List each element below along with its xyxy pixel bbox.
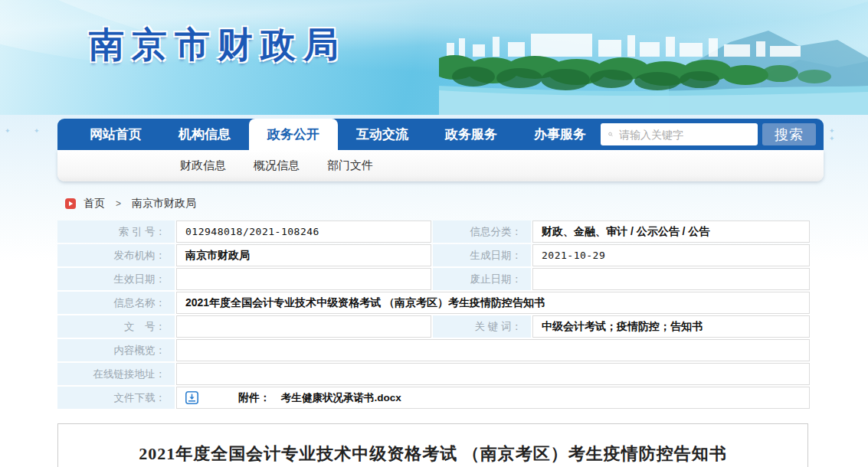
attachment-file-link[interactable]: 考生健康状况承诺书.docx [281, 387, 401, 408]
article-title: 2021年度全国会计专业技术中级资格考试 （南京考区）考生疫情防控告知书 [58, 443, 807, 465]
date-expired-value [532, 268, 810, 290]
keywords-label: 关 键 词： [433, 315, 531, 338]
breadcrumb: 首页 > 南京市财政局 [65, 197, 196, 211]
download-icon[interactable] [185, 391, 198, 404]
date-created-label: 生成日期： [433, 244, 531, 266]
breadcrumb-home-link[interactable]: 首页 [84, 197, 105, 211]
site-logo: 南京市财政局 [89, 21, 346, 69]
online-link-label: 在线链接地址： [57, 363, 175, 385]
search-input[interactable] [619, 125, 758, 144]
info-category-label: 信息分类： [433, 220, 531, 243]
date-expired-label: 废止日期： [433, 268, 531, 290]
summary-label: 内容概览： [57, 339, 175, 361]
sub-nav-bar: 财政信息 概况信息 部门文件 [57, 150, 824, 181]
article-card: 2021年度全国会计专业技术中级资格考试 （南京考区）考生疫情防控告知书 [57, 423, 808, 467]
nav-tab-org-info[interactable]: 机构信息 [160, 119, 249, 150]
online-link-value [176, 363, 810, 385]
publisher-label: 发布机构： [57, 244, 175, 266]
nav-tab-gov-disclosure[interactable]: 政务公开 [249, 119, 338, 150]
date-effective-value [176, 268, 431, 290]
navigation: 网站首页 机构信息 政务公开 互动交流 政务服务 办事服务 搜索 财政信息 [57, 119, 824, 181]
main-nav-bar: 网站首页 机构信息 政务公开 互动交流 政务服务 办事服务 搜索 [57, 119, 824, 150]
attachment-label: 附件： [238, 387, 270, 408]
date-effective-label: 生效日期： [57, 268, 175, 290]
file-download-cell: 附件： 考生健康状况承诺书.docx [176, 387, 810, 409]
nav-tab-gov-services[interactable]: 政务服务 [427, 119, 516, 150]
breadcrumb-marker-icon [65, 198, 76, 209]
subnav-item-overview-info[interactable]: 概况信息 [254, 158, 300, 173]
nav-tab-affairs-services[interactable]: 办事服务 [516, 119, 604, 150]
breadcrumb-current-link[interactable]: 南京市财政局 [132, 197, 196, 211]
info-category-value: 财政、金融、审计 / 公示公告 / 公告 [532, 220, 810, 243]
breadcrumb-separator: > [116, 198, 121, 209]
summary-value [176, 339, 810, 361]
document-metadata-table: 索 引 号： 012948018/2021-108246 信息分类： 财政、金融… [57, 220, 810, 409]
site-banner: 南京市财政局 [0, 0, 868, 115]
search-button[interactable]: 搜索 [762, 123, 816, 145]
info-name-value: 2021年度全国会计专业技术中级资格考试 （南京考区）考生疫情防控告知书 [176, 292, 810, 314]
subnav-item-department-docs[interactable]: 部门文件 [327, 158, 373, 173]
doc-number-label: 文 号： [57, 315, 175, 338]
file-download-label: 文件下载： [57, 387, 175, 409]
index-number-label: 索 引 号： [57, 220, 175, 243]
search-area: 搜索 [601, 123, 816, 145]
keywords-value: 中级会计考试；疫情防控；告知书 [532, 315, 810, 338]
nav-tab-interaction[interactable]: 互动交流 [338, 119, 427, 150]
info-name-label: 信息名称： [57, 292, 175, 314]
search-box [601, 123, 758, 145]
nav-tab-home[interactable]: 网站首页 [71, 119, 160, 150]
page-body: ✦ ✦ ✦ ✦ ✦ 网站首页 机构信息 政务公开 互动交流 政务服务 办事服务 [0, 115, 868, 467]
index-number-value: 012948018/2021-108246 [176, 220, 431, 243]
subnav-item-finance-info[interactable]: 财政信息 [180, 158, 226, 173]
search-icon [608, 129, 613, 140]
doc-number-value [176, 315, 431, 338]
sparkle-decoration: ✦ ✦ [829, 127, 868, 142]
date-created-value: 2021-10-29 [532, 244, 810, 266]
publisher-value: 南京市财政局 [176, 244, 431, 266]
cityscape-illustration [439, 0, 868, 115]
